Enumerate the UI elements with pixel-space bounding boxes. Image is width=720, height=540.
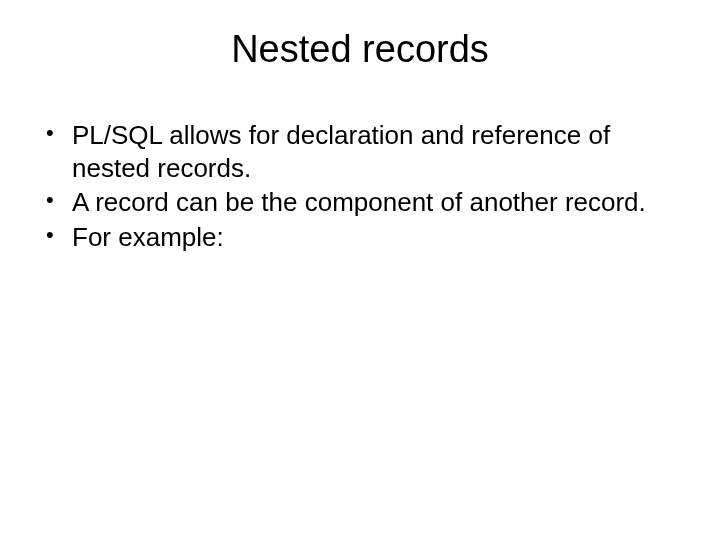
slide-title: Nested records [40,28,680,71]
bullet-list: PL/SQL allows for declaration and refere… [40,119,680,253]
list-item: For example: [44,221,680,254]
list-item: A record can be the component of another… [44,186,680,219]
list-item: PL/SQL allows for declaration and refere… [44,119,680,184]
slide: Nested records PL/SQL allows for declara… [0,0,720,540]
